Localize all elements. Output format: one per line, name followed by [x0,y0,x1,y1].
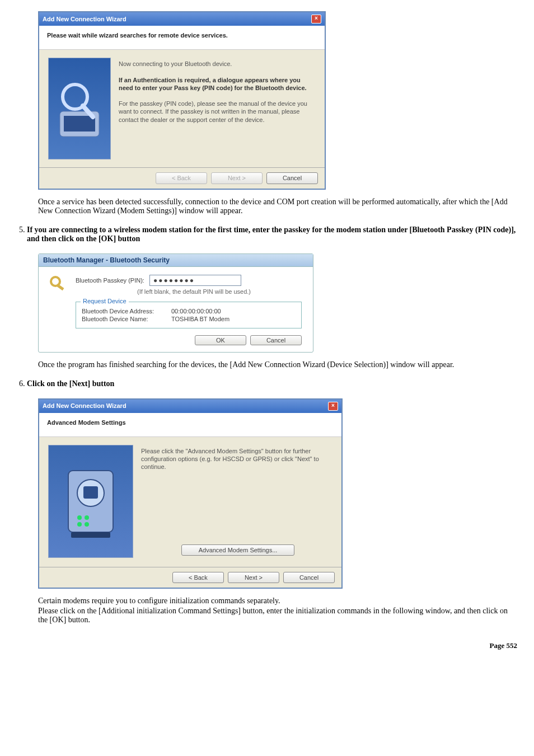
next-button: Next > [211,172,263,184]
bt-fields: Bluetooth Passkey (PIN): ●●●●●●●● (If le… [76,275,302,328]
back-button[interactable]: < Back [172,572,224,583]
svg-point-10 [85,515,89,520]
step-5: If you are connecting to a wireless mode… [27,226,517,243]
pin-hint: (If left blank, the default PIN will be … [137,288,302,295]
auth-bold-text: If an Authentication is required, a dial… [119,76,316,92]
modem-icon [60,459,121,543]
close-icon[interactable]: × [311,15,321,24]
device-address-value: 00:00:00:00:00:00 [171,308,221,314]
bt-button-bar: OK Cancel [50,335,302,345]
dialog-inner: Please wait while wizard searches for re… [39,26,325,189]
dialog-body: Now connecting to your Bluetooth device.… [39,50,325,167]
svg-point-9 [77,515,82,520]
modem-image [48,445,133,558]
pin-label: Bluetooth Passkey (PIN): [76,277,144,284]
button-bar: < Back Next > Cancel [39,567,341,588]
svg-rect-5 [56,284,64,290]
wizard-search-dialog: Add New Connection Wizard × Please wait … [38,11,326,190]
back-button: < Back [156,172,207,184]
titlebar: Add New Connection Wizard × [39,12,325,26]
step-6-text: Click on the [Next] button [27,379,114,388]
device-address-label: Bluetooth Device Address: [82,308,171,314]
device-address-row: Bluetooth Device Address: 00:00:00:00:00… [82,308,296,314]
request-device-group: Request Device Bluetooth Device Address:… [76,302,302,328]
device-name-value: TOSHIBA BT Modem [171,316,229,322]
svg-rect-1 [64,116,95,132]
device-name-row: Bluetooth Device Name: TOSHIBA BT Modem [82,316,296,322]
paragraph-2: Once the program has finished searching … [38,360,517,369]
group-legend: Request Device [81,298,129,304]
step-6: Click on the [Next] button [27,379,517,388]
bluetooth-security-dialog: Bluetooth Manager - Bluetooth Security B… [38,253,313,353]
bt-top-row: Bluetooth Passkey (PIN): ●●●●●●●● (If le… [50,275,302,328]
advanced-modem-settings-button[interactable]: Advanced Modem Settings... [181,544,294,556]
close-icon[interactable]: × [328,402,338,411]
titlebar: Add New Connection Wizard × [39,400,341,413]
pin-input[interactable]: ●●●●●●●● [149,275,241,286]
key-icon [50,275,68,297]
connecting-line: Now connecting to your Bluetooth device. [119,60,316,68]
device-name-label: Bluetooth Device Name: [82,316,171,322]
svg-rect-8 [83,486,98,499]
dialog-body: Please click the "Advanced Modem Setting… [39,437,341,567]
adv-btn-row: Advanced Modem Settings... [141,544,332,559]
next-button[interactable]: Next > [228,572,279,583]
dialog-header: Please wait while wizard searches for re… [39,26,325,50]
passkey-help-text: For the passkey (PIN code), please see t… [119,100,316,124]
cancel-button[interactable]: Cancel [250,335,302,345]
window-title: Add New Connection Wizard [43,402,127,410]
adv-text: Please click the "Advanced Modem Setting… [141,447,332,471]
paragraph-3b: Please click on the [Additional initiali… [38,607,517,624]
paragraph-3a: Certain modems require you to configure … [38,597,517,605]
pin-row: Bluetooth Passkey (PIN): ●●●●●●●● [76,275,302,286]
page-number: Page 552 [17,641,517,650]
magnifier-icon [57,78,102,139]
svg-point-12 [85,522,89,527]
cancel-button[interactable]: Cancel [266,172,318,184]
paragraph-1: Once a service has been detected success… [38,198,517,215]
bt-title: Bluetooth Manager - Bluetooth Security [39,254,313,267]
bt-body: Bluetooth Passkey (PIN): ●●●●●●●● (If le… [39,267,313,352]
dialog-text: Please click the "Advanced Modem Setting… [141,445,332,559]
dialog-inner: Advanced Modem Settings Please click the… [39,413,341,588]
dialog-text: Now connecting to your Bluetooth device.… [119,58,316,159]
svg-point-11 [77,522,82,527]
advanced-modem-dialog: Add New Connection Wizard × Advanced Mod… [38,398,343,589]
cancel-button[interactable]: Cancel [283,572,335,583]
wizard-image [48,58,111,159]
window-title: Add New Connection Wizard [43,15,127,23]
svg-rect-13 [71,532,110,538]
dialog-header: Advanced Modem Settings [39,413,341,437]
step-5-text: If you are connecting to a wireless mode… [27,226,516,243]
ok-button[interactable]: OK [195,335,246,345]
button-bar: < Back Next > Cancel [39,167,325,188]
